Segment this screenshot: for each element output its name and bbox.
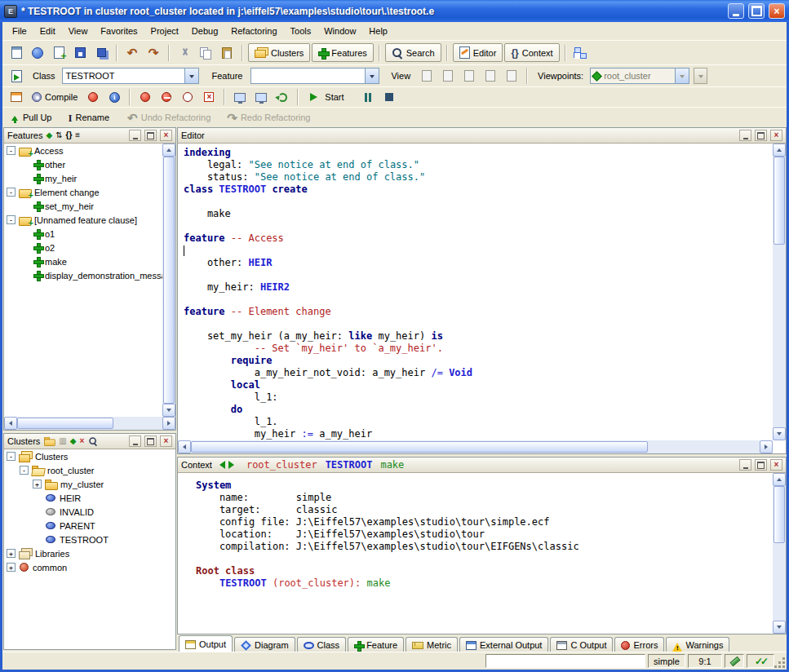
- undo-refactoring-button[interactable]: ↶ Undo Refactoring: [123, 108, 215, 126]
- clusters-minimize-button[interactable]: [129, 435, 141, 447]
- clusters-close-button[interactable]: ×: [160, 435, 172, 447]
- scroll-track[interactable]: [162, 157, 175, 404]
- menu-view[interactable]: View: [62, 24, 95, 38]
- view-contract-button[interactable]: [481, 67, 500, 86]
- editor-vscrollbar[interactable]: [773, 144, 786, 440]
- trash-icon[interactable]: ▥: [59, 437, 66, 445]
- tab-external-output[interactable]: External Output: [459, 637, 548, 652]
- scroll-thumb[interactable]: [163, 157, 175, 404]
- viewpoints-extra-drop[interactable]: [694, 68, 707, 84]
- cluster-tree-item[interactable]: -Clusters: [4, 449, 175, 463]
- undo-button[interactable]: ↶: [122, 43, 142, 62]
- scroll-left-button[interactable]: [4, 417, 17, 430]
- feature-tree-item[interactable]: my_heir: [4, 171, 162, 185]
- open-project-button[interactable]: [28, 43, 47, 62]
- scroll-up-button[interactable]: [773, 144, 786, 157]
- tree-expander-icon[interactable]: -: [7, 452, 16, 461]
- braces-icon[interactable]: {}: [66, 131, 73, 139]
- features-maximize-button[interactable]: [144, 130, 157, 141]
- clusters-maximize-button[interactable]: [144, 435, 157, 447]
- scroll-thumb[interactable]: [17, 418, 113, 429]
- feature-tree-item[interactable]: set_my_heir: [4, 199, 162, 213]
- history-back-icon[interactable]: [215, 461, 225, 469]
- class-combobox-drop[interactable]: [184, 69, 198, 83]
- editor-close-button[interactable]: ×: [770, 130, 782, 141]
- feature-tree-item[interactable]: o2: [4, 241, 162, 254]
- scroll-track[interactable]: [17, 417, 162, 430]
- features-vscrollbar[interactable]: [162, 144, 175, 417]
- diamond-icon[interactable]: ◆: [70, 437, 77, 445]
- stop-button[interactable]: [379, 88, 399, 107]
- cluster-tree-item[interactable]: TESTROOT: [4, 533, 175, 546]
- cluster-tree-item[interactable]: -root_cluster: [4, 463, 175, 477]
- tree-expander-icon[interactable]: +: [7, 549, 16, 558]
- debug-run-stop-button[interactable]: [251, 88, 271, 107]
- menu-debug[interactable]: Debug: [185, 24, 224, 38]
- clear-breakpoints-button[interactable]: ×: [199, 88, 219, 107]
- melt-button[interactable]: [83, 88, 103, 107]
- scroll-thumb[interactable]: [191, 441, 648, 453]
- sort-icon[interactable]: ⇅: [55, 131, 62, 139]
- menu-favorites[interactable]: Favorites: [94, 24, 144, 38]
- editor-code-area[interactable]: indexing legal: "See notice at end of cl…: [178, 144, 773, 440]
- scroll-track[interactable]: [191, 440, 760, 453]
- viewpoints-combobox[interactable]: root_cluster: [590, 68, 689, 84]
- scroll-track[interactable]: [773, 157, 786, 427]
- editor-minimize-button[interactable]: [739, 130, 751, 141]
- new-window-button[interactable]: [7, 43, 26, 62]
- features-toggle-button[interactable]: Features: [312, 43, 373, 62]
- scroll-up-button[interactable]: [773, 473, 786, 486]
- scroll-left-button[interactable]: [178, 440, 191, 453]
- feature-combobox-drop[interactable]: [365, 69, 379, 83]
- resize-grip[interactable]: [775, 658, 787, 670]
- close-button[interactable]: ×: [769, 3, 785, 19]
- feature-tree-item[interactable]: -Element change: [4, 185, 162, 199]
- menu-tools[interactable]: Tools: [284, 24, 318, 38]
- feature-diamond-icon[interactable]: ◆: [46, 131, 52, 139]
- tree-expander-icon[interactable]: +: [33, 480, 42, 489]
- breadcrumb-TESTROOT[interactable]: TESTROOT: [326, 459, 373, 471]
- remove-breakpoints-button[interactable]: [178, 88, 197, 107]
- menu-refactoring[interactable]: Refactoring: [224, 24, 283, 38]
- menu-window[interactable]: Window: [317, 24, 362, 38]
- new-document-button[interactable]: [49, 43, 69, 62]
- send-to-editor-button[interactable]: [7, 67, 26, 86]
- tab-warnings[interactable]: Warnings: [666, 637, 729, 652]
- rename-button[interactable]: I Rename: [64, 108, 113, 126]
- project-info-button[interactable]: i: [104, 88, 124, 107]
- context-toggle-button[interactable]: {} Context: [504, 43, 559, 62]
- search-toggle-button[interactable]: Search: [385, 43, 441, 62]
- menu-file[interactable]: File: [6, 24, 33, 38]
- breadcrumb-make[interactable]: make: [380, 459, 404, 471]
- cluster-tree-item[interactable]: PARENT: [4, 519, 175, 533]
- features-tree[interactable]: -Accessothermy_heir-Element changeset_my…: [4, 144, 162, 417]
- editor-toggle-button[interactable]: Editor: [453, 43, 503, 62]
- view-basic-button[interactable]: [417, 67, 437, 86]
- maximize-button[interactable]: [748, 3, 765, 19]
- delete-icon[interactable]: ×: [80, 437, 85, 445]
- tab-class[interactable]: Class: [297, 637, 347, 652]
- tree-expander-icon[interactable]: -: [20, 466, 29, 475]
- new-cluster-icon[interactable]: [44, 437, 55, 445]
- context-maximize-button[interactable]: [755, 459, 767, 471]
- menu-edit[interactable]: Edit: [33, 24, 62, 38]
- editor-maximize-button[interactable]: [755, 130, 767, 141]
- class-combobox[interactable]: TESTROOT: [62, 68, 199, 84]
- tree-expander-icon[interactable]: -: [7, 146, 16, 155]
- clusters-tree[interactable]: -Clusters-root_cluster+my_clusterHEIRINV…: [4, 449, 175, 649]
- list-view-icon[interactable]: ≡: [75, 131, 80, 139]
- viewpoints-combobox-drop[interactable]: [675, 69, 689, 83]
- tab-errors[interactable]: Errors: [614, 637, 664, 652]
- tab-metric[interactable]: Metric: [406, 637, 458, 652]
- paste-button[interactable]: [217, 43, 237, 62]
- diagram-tool-button[interactable]: [571, 43, 591, 62]
- clusters-toggle-button[interactable]: Clusters: [248, 43, 310, 62]
- save-button[interactable]: [70, 43, 90, 62]
- compile-button[interactable]: Compile: [28, 88, 82, 106]
- cluster-tree-item[interactable]: HEIR: [4, 491, 175, 505]
- project-settings-button[interactable]: [7, 88, 26, 107]
- copy-button[interactable]: [196, 43, 215, 62]
- scroll-thumb[interactable]: [773, 157, 785, 245]
- redo-button[interactable]: ↷: [144, 43, 163, 62]
- tab-diagram[interactable]: Diagram: [234, 637, 295, 652]
